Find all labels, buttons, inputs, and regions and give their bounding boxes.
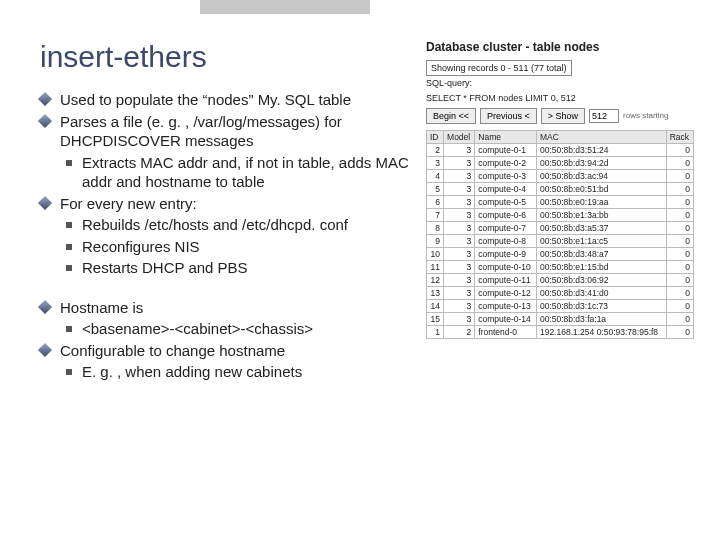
limit-input[interactable] [589,109,619,123]
cell-mac: 00:50:8b:d3:a5:37 [536,221,666,234]
db-title: Database cluster - table nodes [426,40,694,54]
cell-id: 1 [427,325,444,338]
cell-rack: 0 [666,312,693,325]
cell-model: 3 [444,286,475,299]
cell-model: 3 [444,221,475,234]
cell-name: compute-0-10 [475,260,537,273]
cell-name: compute-0-2 [475,156,537,169]
table-row: 53compute-0-400:50:8b:e0:51:bd0 [427,182,694,195]
cell-rack: 0 [666,156,693,169]
col-name: Name [475,130,537,143]
cell-mac: 00:50:8b:d3:06:92 [536,273,666,286]
cell-name: compute-0-3 [475,169,537,182]
bullet-text: Configurable to change hostname [60,342,285,359]
bullet-text: Parses a file (e. g. , /var/log/messages… [60,113,342,150]
bullet-item: Used to populate the “nodes” My. SQL tab… [40,90,420,110]
sub-bullet-item: Restarts DHCP and PBS [60,258,420,278]
left-column: insert-ethers Used to populate the “node… [40,40,420,384]
cell-model: 3 [444,273,475,286]
cell-id: 15 [427,312,444,325]
cell-name: compute-0-1 [475,143,537,156]
bullet-item: For every new entry: Rebuilds /etc/hosts… [40,194,420,278]
cell-mac: 00:50:8b:e0:19:aa [536,195,666,208]
col-model: Model [444,130,475,143]
cell-rack: 0 [666,169,693,182]
cell-rack: 0 [666,260,693,273]
begin-button[interactable]: Begin << [426,108,476,124]
bullet-list-2: Hostname is <basename>-<cabinet>-<chassi… [40,298,420,382]
table-row: 93compute-0-800:50:8b:e1:1a:c50 [427,234,694,247]
cell-id: 14 [427,299,444,312]
cell-mac: 00:50:8b:d3:51:24 [536,143,666,156]
cell-name: compute-0-6 [475,208,537,221]
table-row: 43compute-0-300:50:8b:d3:ac:940 [427,169,694,182]
table-row: 123compute-0-1100:50:8b:d3:06:920 [427,273,694,286]
sub-bullet-item: Extracts MAC addr and, if not in table, … [60,153,420,192]
slide-title: insert-ethers [40,40,420,74]
col-mac: MAC [536,130,666,143]
nodes-table: ID Model Name MAC Rack 23compute-0-100:5… [426,130,694,339]
cell-name: compute-0-12 [475,286,537,299]
sub-bullet-item: Reconfigures NIS [60,237,420,257]
cell-rack: 0 [666,182,693,195]
cell-model: 3 [444,195,475,208]
cell-mac: 00:50:8b:e1:3a:bb [536,208,666,221]
cell-id: 6 [427,195,444,208]
bullet-text: Rebuilds /etc/hosts and /etc/dhcpd. conf [82,216,348,233]
bullet-item: Configurable to change hostname E. g. , … [40,341,420,382]
cell-id: 13 [427,286,444,299]
pagination-row: Begin << Previous < > Show rows starting [426,108,694,124]
cell-model: 3 [444,299,475,312]
cell-id: 8 [427,221,444,234]
cell-id: 9 [427,234,444,247]
cell-mac: 00:50:8b:d3:48:a7 [536,247,666,260]
cell-rack: 0 [666,234,693,247]
cell-name: compute-0-9 [475,247,537,260]
cell-model: 3 [444,169,475,182]
table-row: 113compute-0-1000:50:8b:e1:15:bd0 [427,260,694,273]
table-row: 83compute-0-700:50:8b:d3:a5:370 [427,221,694,234]
cell-name: compute-0-14 [475,312,537,325]
cell-model: 3 [444,312,475,325]
cell-id: 3 [427,156,444,169]
table-row: 143compute-0-1300:50:8b:d3:1c:730 [427,299,694,312]
col-rack: Rack [666,130,693,143]
cell-mac: 00:50:8b:e1:1a:c5 [536,234,666,247]
cell-model: 3 [444,143,475,156]
rows-trail-text: rows starting [623,111,668,120]
table-row: 33compute-0-200:50:8b:d3:94:2d0 [427,156,694,169]
cell-rack: 0 [666,299,693,312]
bullet-text: E. g. , when adding new cabinets [82,363,302,380]
cell-rack: 0 [666,221,693,234]
cell-name: compute-0-5 [475,195,537,208]
cell-model: 3 [444,247,475,260]
table-row: 73compute-0-600:50:8b:e1:3a:bb0 [427,208,694,221]
sql-query: SELECT * FROM nodes LIMIT 0, 512 [426,93,694,104]
bullet-list: Used to populate the “nodes” My. SQL tab… [40,90,420,278]
cell-model: 2 [444,325,475,338]
previous-button[interactable]: Previous < [480,108,537,124]
cell-id: 2 [427,143,444,156]
cell-id: 4 [427,169,444,182]
cell-mac: 00:50:8b:d3:41:d0 [536,286,666,299]
table-row: 63compute-0-500:50:8b:e0:19:aa0 [427,195,694,208]
bullet-text: Restarts DHCP and PBS [82,259,248,276]
table-row: 153compute-0-1400:50:8b:d3:fa:1a0 [427,312,694,325]
cell-name: compute-0-13 [475,299,537,312]
cell-mac: 00:50:8b:d3:ac:94 [536,169,666,182]
cell-model: 3 [444,260,475,273]
table-row: 12frontend-0192.168.1.254 0:50:93:78:95:… [427,325,694,338]
cell-id: 11 [427,260,444,273]
cell-rack: 0 [666,325,693,338]
sub-bullet-item: Rebuilds /etc/hosts and /etc/dhcpd. conf [60,215,420,235]
show-button[interactable]: > Show [541,108,585,124]
cell-mac: 00:50:8b:e0:51:bd [536,182,666,195]
cell-rack: 0 [666,143,693,156]
cell-model: 3 [444,182,475,195]
cell-rack: 0 [666,208,693,221]
cell-id: 5 [427,182,444,195]
cell-rack: 0 [666,286,693,299]
cell-mac: 00:50:8b:d3:1c:73 [536,299,666,312]
bullet-text: <basename>-<cabinet>-<chassis> [82,320,313,337]
db-screenshot: Database cluster - table nodes Showing r… [426,40,694,384]
